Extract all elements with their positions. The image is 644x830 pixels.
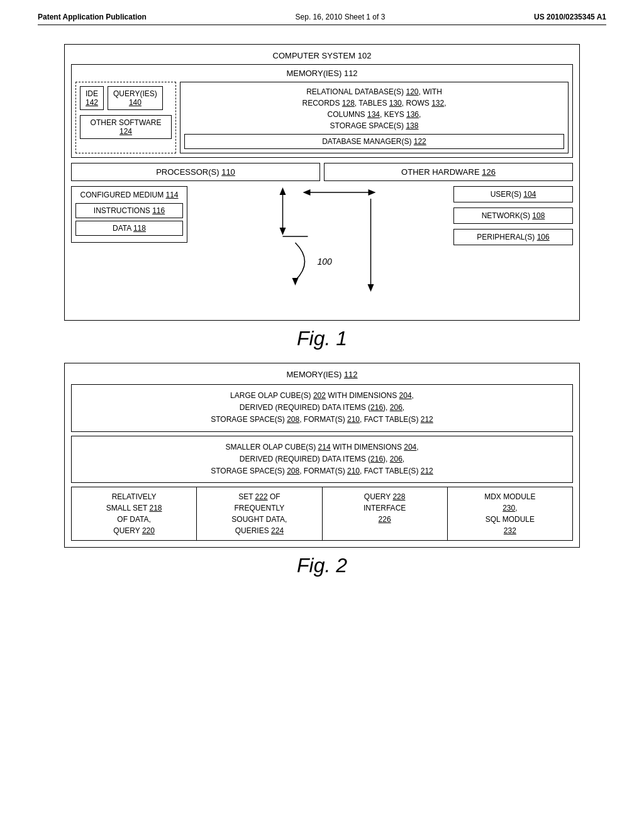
header-right: US 2010/0235345 A1 bbox=[534, 13, 606, 21]
svg-marker-1 bbox=[280, 187, 286, 195]
svg-text:100: 100 bbox=[318, 257, 333, 267]
svg-marker-4 bbox=[369, 189, 376, 196]
peripheral-box: PERIPHERAL(S) 106 bbox=[453, 229, 573, 245]
set-222-cell: SET 222 OF FREQUENTLY SOUGHT DATA, QUERI… bbox=[197, 487, 322, 540]
ide-query-dashed-box: IDE 142 QUERY(IES) 140 OTHER SOFTWARE 12… bbox=[75, 82, 176, 153]
memory-inner: IDE 142 QUERY(IES) 140 OTHER SOFTWARE 12… bbox=[75, 82, 569, 153]
instructions-box: INSTRUCTIONS 116 bbox=[75, 203, 183, 218]
relational-db-box: RELATIONAL DATABASE(S) 120, WITH RECORDS… bbox=[180, 82, 569, 153]
fig2-bottom-row: RELATIVELY SMALL SET 218 OF DATA, QUERY … bbox=[71, 487, 573, 541]
large-olap-box: LARGE OLAP CUBE(S) 202 WITH DIMENSIONS 2… bbox=[71, 384, 573, 432]
fig1-label: Fig. 1 bbox=[38, 327, 606, 350]
relational-db-text: RELATIONAL DATABASE(S) 120, WITH RECORDS… bbox=[184, 86, 564, 131]
computer-system-title: COMPUTER SYSTEM 102 bbox=[71, 51, 573, 60]
svg-marker-7 bbox=[368, 284, 374, 292]
other-software-box: OTHER SOFTWARE 124 bbox=[80, 115, 172, 139]
header-center: Sep. 16, 2010 Sheet 1 of 3 bbox=[296, 13, 386, 21]
data-box: DATA 118 bbox=[75, 221, 183, 236]
fig1-bottom-section: CONFIGURED MEDIUM 114 INSTRUCTIONS 116 D… bbox=[71, 186, 573, 314]
fig1-diagram: COMPUTER SYSTEM 102 MEMORY(IES) 112 IDE … bbox=[64, 44, 580, 321]
fig2-diagram: MEMORY(IES) 112 LARGE OLAP CUBE(S) 202 W… bbox=[64, 363, 580, 548]
mdx-module-cell: MDX MODULE 230, SQL MODULE 232 bbox=[448, 487, 572, 540]
memory-title: MEMORY(IES) 112 bbox=[75, 69, 569, 78]
fig2-memory-title: MEMORY(IES) 112 bbox=[71, 370, 573, 379]
fig1-right-section: USER(S) 104 NETWORK(S) 108 PERIPHERAL(S)… bbox=[453, 186, 573, 245]
header-left: Patent Application Publication bbox=[38, 13, 147, 21]
svg-marker-5 bbox=[303, 189, 311, 196]
db-manager-box: DATABASE MANAGER(S) 122 bbox=[184, 134, 564, 149]
memory-box: MEMORY(IES) 112 IDE 142 QUERY(IES) 140 O… bbox=[71, 64, 573, 158]
svg-marker-9 bbox=[292, 278, 299, 285]
relatively-small-cell: RELATIVELY SMALL SET 218 OF DATA, QUERY … bbox=[72, 487, 197, 540]
processor-box: PROCESSOR(S) 110 bbox=[71, 163, 320, 181]
network-box: NETWORK(S) 108 bbox=[453, 208, 573, 224]
smaller-olap-box: SMALLER OLAP CUBE(S) 214 WITH DIMENSIONS… bbox=[71, 436, 573, 484]
query-box: QUERY(IES) 140 bbox=[108, 86, 163, 110]
ide-box: IDE 142 bbox=[80, 86, 104, 110]
proc-hw-row: PROCESSOR(S) 110 OTHER HARDWARE 126 bbox=[71, 163, 573, 181]
configured-medium-col: CONFIGURED MEDIUM 114 INSTRUCTIONS 116 D… bbox=[71, 186, 187, 243]
configured-medium-title: CONFIGURED MEDIUM 114 bbox=[75, 191, 183, 199]
page-header: Patent Application Publication Sep. 16, … bbox=[38, 13, 606, 25]
query-228-cell: QUERY 228 INTERFACE 226 bbox=[323, 487, 448, 540]
user-box: USER(S) 104 bbox=[453, 186, 573, 202]
arrows-area: 100 bbox=[200, 186, 453, 314]
other-hardware-box: OTHER HARDWARE 126 bbox=[324, 163, 573, 181]
svg-marker-2 bbox=[280, 228, 286, 235]
fig2-label: Fig. 2 bbox=[38, 554, 606, 577]
arrows-svg: 100 bbox=[200, 186, 453, 312]
ide-query-row: IDE 142 QUERY(IES) 140 bbox=[80, 86, 172, 110]
